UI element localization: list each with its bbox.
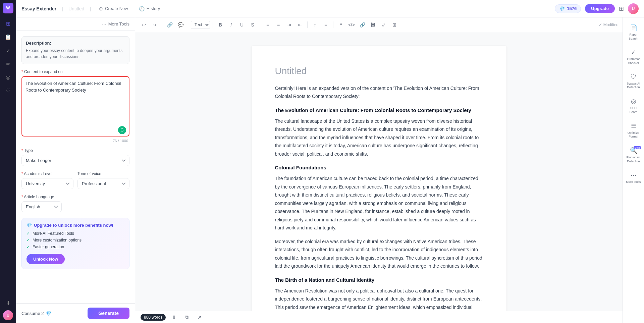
comment-button[interactable]: 💬 — [176, 20, 185, 30]
align-button[interactable]: ≡ — [321, 20, 330, 30]
content-textarea[interactable] — [21, 76, 129, 137]
bypass-icon: 🛡 — [631, 73, 637, 80]
ol-button[interactable]: ≡ — [274, 20, 283, 30]
sidebar-footer: Consume 2 💎 Generate — [16, 303, 135, 323]
benefit-3: ✓ Faster generation — [26, 245, 124, 249]
app-title: Essay Extender — [21, 6, 56, 11]
right-tool-bypass[interactable]: 🛡 Bypass AI Detection — [625, 71, 642, 92]
app-logo[interactable]: W — [3, 3, 13, 13]
document-area[interactable]: Untitled Certainly! Here is an expanded … — [135, 32, 623, 311]
upgrade-box-title: 💎 Upgrade to unlock more benefits now! — [26, 223, 124, 228]
type-label: * Type — [21, 148, 129, 153]
bold-button[interactable]: B — [216, 20, 225, 30]
right-tool-more[interactable]: ⋯ More Tools — [625, 169, 642, 187]
toolbar-sep-6 — [333, 21, 333, 28]
more-tools-button[interactable]: ⋯ More Tools — [102, 21, 129, 26]
doc-paragraph-0: The cultural landscape of the United Sta… — [275, 117, 483, 158]
text-style-select[interactable]: Text — [191, 21, 210, 29]
editor-area: ↩ ↪ 🔗 💬 Text B I U S ≡ ≡ ⇥ ⇤ — [135, 17, 623, 323]
top-bar: Essay Extender | Untitled | ⊕ Create New… — [16, 0, 644, 17]
left-navigation: W ⊞ 📋 ✓ ✏ ◎ ♡ ⬇ U — [0, 0, 16, 323]
grammar-label: Grammar Checker — [626, 57, 641, 65]
document: Untitled Certainly! Here is an expanded … — [252, 46, 506, 311]
grid-icon[interactable]: ⊞ — [619, 5, 624, 12]
textarea-footer: 76 / 1000 — [21, 139, 129, 143]
editor-toolbar: ↩ ↪ 🔗 💬 Text B I U S ≡ ≡ ⇥ ⇤ — [135, 17, 623, 32]
para-wrapper-0: The cultural landscape of the United Sta… — [275, 117, 483, 158]
line-height-button[interactable]: ↕ — [310, 20, 320, 30]
tone-select[interactable]: Professional — [77, 178, 129, 189]
nav-icon-circle[interactable]: ◎ — [2, 71, 14, 83]
doc-paragraph-1-1: Moreover, the colonial era was marked by… — [275, 237, 483, 270]
user-avatar[interactable]: U — [628, 3, 639, 14]
toolbar-sep-3 — [213, 21, 213, 28]
consume-label: Consume 2 — [21, 311, 44, 316]
plagiarism-label: Plagiarism Detection — [626, 156, 641, 163]
generate-button[interactable]: Generate — [88, 308, 129, 319]
ul-button[interactable]: ≡ — [263, 20, 272, 30]
code-button[interactable]: </> — [347, 20, 356, 30]
grammar-icon: ✓ — [631, 49, 636, 56]
expand-button[interactable]: ⤢ — [379, 20, 388, 30]
indent-button[interactable]: ⇥ — [284, 20, 294, 30]
nav-icon-pen[interactable]: ✏ — [2, 58, 14, 70]
content-field-label: * Content to expand on — [21, 69, 129, 74]
download-action[interactable]: ⬇ — [170, 313, 178, 322]
nav-icon-download[interactable]: ⬇ — [2, 297, 14, 309]
upgrade-button[interactable]: Upgrade — [585, 4, 615, 13]
nav-icon-home[interactable]: ⊞ — [2, 17, 14, 30]
right-tool-paper-search[interactable]: 📄 Paper Search — [625, 21, 642, 43]
language-select[interactable]: English — [21, 201, 62, 212]
nav-icon-heart[interactable]: ♡ — [2, 85, 14, 97]
link-button[interactable]: 🔗 — [165, 20, 174, 30]
right-tool-grammar[interactable]: ✓ Grammar Checker — [625, 46, 642, 68]
outdent-button[interactable]: ⇤ — [295, 20, 305, 30]
check-icon-2: ✓ — [26, 238, 30, 243]
char-count: 76 / 1000 — [113, 139, 128, 143]
more-tools-label: More Tools — [108, 21, 129, 26]
right-tool-seo[interactable]: ◎ SEO Score — [625, 95, 642, 117]
toolbar-sep-5 — [307, 21, 308, 28]
bottom-bar: 880 words ⬇ ⧉ ↗ — [135, 311, 623, 323]
academic-level-field: * Academic Level University — [21, 171, 73, 189]
tab-create-new[interactable]: ⊕ Create New — [96, 5, 131, 13]
tone-label: Tone of voice — [77, 171, 129, 176]
checkmark-icon: ✓ — [599, 22, 602, 27]
language-field: * Article Language English — [21, 195, 129, 212]
right-tool-optimize[interactable]: ☰ Optimize Format — [625, 120, 642, 142]
link2-button[interactable]: 🔗 — [358, 20, 367, 30]
table-button[interactable]: ⊞ — [390, 20, 399, 30]
quote-button[interactable]: ❝ — [336, 20, 345, 30]
nav-icon-docs[interactable]: 📋 — [2, 31, 14, 43]
copy-action[interactable]: ⧉ — [182, 313, 191, 322]
nav-avatar[interactable]: U — [3, 310, 13, 320]
unlock-button[interactable]: Unlock Now — [26, 254, 65, 264]
toolbar-sep-2 — [188, 21, 188, 28]
tab-history[interactable]: 🕐 History — [136, 5, 163, 13]
nav-icon-check[interactable]: ✓ — [2, 44, 14, 56]
italic-button[interactable]: I — [226, 20, 236, 30]
modified-label: Modified — [603, 22, 619, 27]
ai-icon: G — [118, 126, 126, 134]
doc-intro: Certainly! Here is an expanded version o… — [275, 85, 483, 101]
benefit-2-text: More customization options — [33, 238, 82, 243]
type-select[interactable]: Make Longer — [21, 155, 129, 166]
paper-search-label: Paper Search — [626, 33, 641, 41]
strikethrough-button[interactable]: S — [248, 20, 257, 30]
image-button[interactable]: 🖼 — [368, 20, 378, 30]
upgrade-title-text: Upgrade to unlock more benefits now! — [34, 223, 113, 228]
underline-button[interactable]: U — [237, 20, 247, 30]
benefit-3-text: Faster generation — [33, 245, 64, 249]
open-action[interactable]: ↗ — [195, 313, 204, 322]
consume-gem-icon: 💎 — [46, 311, 51, 316]
undo-button[interactable]: ↩ — [139, 20, 149, 30]
upgrade-box: 💎 Upgrade to unlock more benefits now! ✓… — [21, 218, 129, 269]
language-label: * Article Language — [21, 195, 129, 199]
description-text: Expand your essay content to deepen your… — [26, 48, 125, 60]
section-title-2: The Birth of a Nation and Cultural Ident… — [275, 277, 483, 283]
right-tool-plagiarism[interactable]: Beta 🔍 Plagiarism Detection — [625, 144, 642, 166]
gem-icon: 💎 — [559, 6, 565, 11]
academic-level-select[interactable]: University — [21, 178, 73, 189]
right-tools-panel: 📄 Paper Search ✓ Grammar Checker 🛡 Bypas… — [623, 17, 644, 323]
redo-button[interactable]: ↪ — [150, 20, 159, 30]
